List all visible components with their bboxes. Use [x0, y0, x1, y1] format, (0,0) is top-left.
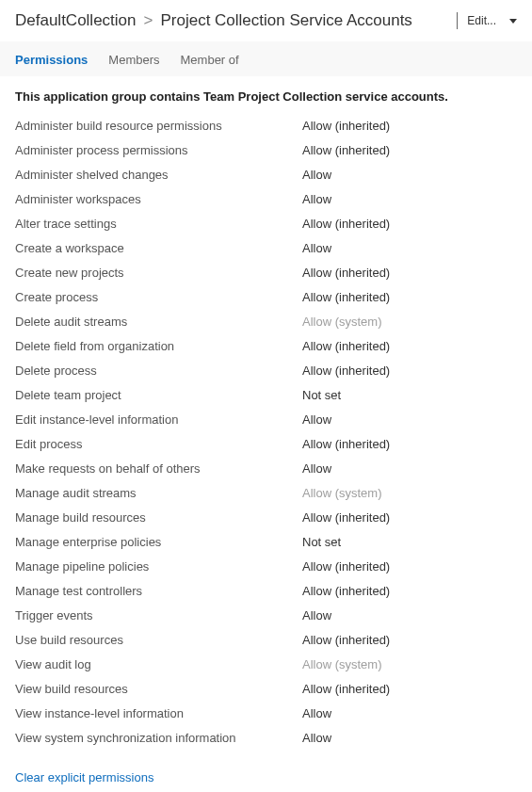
edit-menu-label: Edit...: [467, 14, 496, 27]
permission-row: Manage enterprise policiesNot set: [15, 529, 517, 554]
breadcrumb-separator: >: [144, 11, 153, 30]
edit-menu-button[interactable]: Edit...: [467, 14, 517, 27]
permission-row: Delete field from organizationAllow (inh…: [15, 333, 517, 358]
permission-row: View build resourcesAllow (inherited): [15, 676, 517, 701]
permission-value[interactable]: Allow: [302, 731, 331, 745]
permission-row: Administer shelved changesAllow: [15, 162, 517, 186]
tab-members[interactable]: Members: [108, 53, 159, 67]
permission-row: Use build resourcesAllow (inherited): [15, 627, 517, 652]
permission-value[interactable]: Allow (inherited): [302, 339, 390, 353]
clear-explicit-permissions-link[interactable]: Clear explicit permissions: [15, 770, 153, 784]
permission-row: View instance-level informationAllow: [15, 701, 517, 725]
permission-value[interactable]: Allow (inherited): [302, 143, 390, 157]
permission-value[interactable]: Allow (system): [302, 486, 382, 500]
permission-value[interactable]: Allow: [302, 608, 331, 622]
permission-value[interactable]: Allow: [302, 168, 331, 182]
permission-label: View build resources: [15, 682, 302, 696]
permission-row: Edit processAllow (inherited): [15, 431, 517, 456]
permission-value[interactable]: Allow: [302, 192, 331, 206]
permission-row: Make requests on behalf of othersAllow: [15, 456, 517, 480]
permission-row: View audit logAllow (system): [15, 652, 517, 676]
permission-label: Manage test controllers: [15, 584, 302, 598]
permission-row: Delete audit streamsAllow (system): [15, 309, 517, 333]
permission-label: Administer process permissions: [15, 143, 302, 157]
permission-value[interactable]: Allow: [302, 412, 331, 427]
permission-label: Manage pipeline policies: [15, 559, 302, 574]
permission-label: Administer build resource permissions: [15, 119, 302, 133]
permission-value[interactable]: Allow (inherited): [302, 682, 390, 696]
permission-row: View system synchronization informationA…: [15, 725, 517, 750]
tabs: PermissionsMembersMember of: [0, 41, 532, 76]
permission-row: Delete processAllow (inherited): [15, 358, 517, 382]
permission-row: Manage build resourcesAllow (inherited): [15, 505, 517, 529]
permission-value[interactable]: Allow (inherited): [302, 290, 390, 304]
tab-permissions[interactable]: Permissions: [15, 53, 88, 67]
permission-row: Administer build resource permissionsAll…: [15, 113, 517, 137]
permission-value[interactable]: Allow (inherited): [302, 364, 390, 378]
permission-row: Administer process permissionsAllow (inh…: [15, 137, 517, 162]
permission-label: Delete audit streams: [15, 315, 302, 329]
permission-value[interactable]: Allow: [302, 461, 331, 476]
permission-value[interactable]: Allow (inherited): [302, 217, 390, 231]
breadcrumb-parent[interactable]: DefaultCollection: [15, 11, 137, 30]
footer: Clear explicit permissions: [0, 759, 532, 792]
permission-label: Manage build resources: [15, 510, 302, 525]
permission-label: Delete field from organization: [15, 339, 302, 353]
permission-label: Create a workspace: [15, 241, 302, 255]
permission-value[interactable]: Allow (inherited): [302, 266, 390, 280]
edit-divider: [457, 12, 458, 29]
permission-label: Alter trace settings: [15, 217, 302, 231]
permission-label: Create new projects: [15, 266, 302, 280]
permission-label: View instance-level information: [15, 706, 302, 720]
permission-label: View audit log: [15, 657, 302, 671]
permission-row: Manage audit streamsAllow (system): [15, 480, 517, 505]
breadcrumb: DefaultCollection > Project Collection S…: [15, 11, 453, 30]
permission-value[interactable]: Allow (system): [302, 315, 382, 329]
permission-label: Administer shelved changes: [15, 168, 302, 182]
permissions-list: Administer build resource permissionsAll…: [0, 113, 532, 759]
breadcrumb-current: Project Collection Service Accounts: [160, 11, 411, 30]
permission-value[interactable]: Allow (system): [302, 657, 382, 671]
permission-row: Administer workspacesAllow: [15, 186, 517, 211]
permission-label: Manage audit streams: [15, 486, 302, 500]
permission-row: Delete team projectNot set: [15, 382, 517, 407]
permission-row: Manage pipeline policiesAllow (inherited…: [15, 554, 517, 578]
permission-value[interactable]: Allow (inherited): [302, 559, 390, 574]
permission-value[interactable]: Allow: [302, 706, 331, 720]
permission-value[interactable]: Not set: [302, 535, 341, 549]
permission-value[interactable]: Allow: [302, 241, 331, 255]
permission-label: Use build resources: [15, 633, 302, 647]
permission-row: Trigger eventsAllow: [15, 603, 517, 627]
permission-row: Edit instance-level informationAllow: [15, 407, 517, 431]
permission-row: Create a workspaceAllow: [15, 235, 517, 260]
header: DefaultCollection > Project Collection S…: [0, 0, 532, 38]
permission-value[interactable]: Allow (inherited): [302, 437, 390, 451]
permission-label: Make requests on behalf of others: [15, 461, 302, 476]
permission-row: Manage test controllersAllow (inherited): [15, 578, 517, 603]
tab-member-of[interactable]: Member of: [181, 53, 239, 67]
permission-label: Manage enterprise policies: [15, 535, 302, 549]
permission-row: Create processAllow (inherited): [15, 284, 517, 309]
permission-label: Administer workspaces: [15, 192, 302, 206]
permission-label: Edit process: [15, 437, 302, 451]
chevron-down-icon: [509, 19, 517, 24]
permission-label: Delete process: [15, 364, 302, 378]
permission-row: Create new projectsAllow (inherited): [15, 260, 517, 284]
permission-label: View system synchronization information: [15, 731, 302, 745]
permission-label: Trigger events: [15, 608, 302, 622]
permission-value[interactable]: Allow (inherited): [302, 633, 390, 647]
permission-label: Create process: [15, 290, 302, 304]
permission-value[interactable]: Allow (inherited): [302, 584, 390, 598]
permission-value[interactable]: Not set: [302, 388, 341, 402]
group-description: This application group contains Team Pro…: [0, 76, 532, 113]
permission-value[interactable]: Allow (inherited): [302, 510, 390, 525]
permission-label: Edit instance-level information: [15, 412, 302, 427]
permission-row: Alter trace settingsAllow (inherited): [15, 211, 517, 235]
permission-value[interactable]: Allow (inherited): [302, 119, 390, 133]
permission-label: Delete team project: [15, 388, 302, 402]
